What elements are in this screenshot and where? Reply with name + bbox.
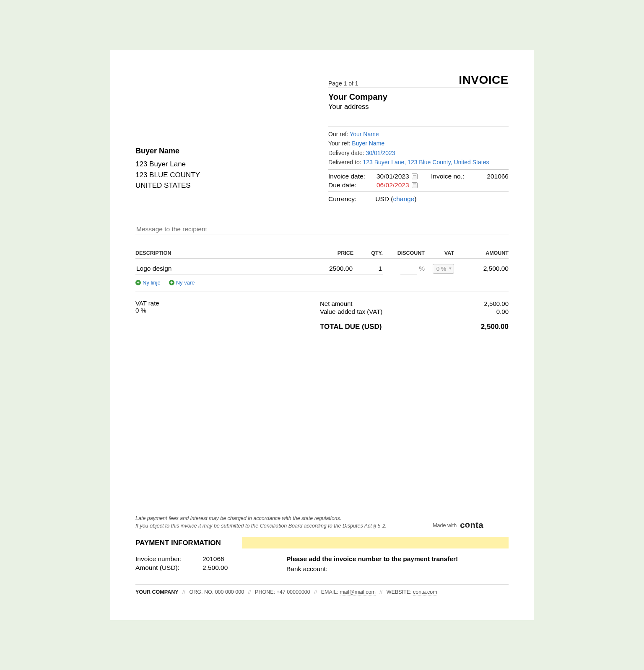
total-due-label: TOTAL DUE (USD) — [320, 323, 382, 331]
footer-company: YOUR COMPANY — [135, 589, 179, 595]
calendar-icon[interactable] — [412, 182, 418, 188]
add-links-row: + Ny linje + Ny vare — [135, 279, 509, 292]
calendar-icon[interactable] — [412, 173, 418, 179]
made-with-label: Made with — [433, 523, 457, 528]
footer-website-label: WEBSITE: — [387, 589, 412, 595]
page-invoice-row: Page 1 of 1 INVOICE — [328, 73, 509, 88]
add-line-label: Ny linje — [143, 279, 161, 286]
due-date-value[interactable]: 06/02/2023 — [377, 181, 409, 189]
col-description: DESCRIPTION — [135, 250, 303, 256]
footer-org: 000 000 000 — [215, 589, 244, 595]
currency-change-link[interactable]: change — [393, 195, 414, 202]
delivery-date-label: Delivery date: — [328, 150, 364, 156]
footer-website-link[interactable]: conta.com — [413, 589, 437, 595]
line-vat-select[interactable]: 0 % — [433, 264, 454, 274]
buyer-line1: 123 Buyer Lane — [135, 159, 316, 170]
our-ref-link[interactable]: Your Name — [350, 131, 379, 137]
vat-rate-value: 0 % — [135, 307, 320, 314]
invoice-date-label: Invoice date: — [328, 173, 377, 180]
discount-percent-suffix: % — [419, 265, 425, 272]
document-title: INVOICE — [459, 73, 509, 87]
line-discount-input[interactable] — [400, 263, 417, 274]
company-address: Your address — [328, 103, 509, 111]
currency-label: Currency: — [328, 195, 356, 203]
net-amount-label: Net amount — [320, 300, 353, 307]
payment-amount-value: 2,500.00 — [203, 564, 228, 572]
invoice-no-label: Invoice no.: — [431, 173, 479, 180]
currency-row: Currency: USD (change) — [328, 191, 509, 203]
delivery-date-link[interactable]: 30/01/2023 — [366, 150, 395, 156]
col-discount: DISCOUNT — [383, 250, 425, 256]
plus-icon: + — [169, 280, 174, 285]
total-due-value: 2,500.00 — [481, 323, 509, 331]
footer-phone-label: PHONE: — [255, 589, 275, 595]
buyer-name: Buyer Name — [135, 147, 316, 155]
line-amount: 2,500.00 — [454, 265, 509, 272]
delivered-to-label: Delivered to: — [328, 159, 361, 166]
footer-org-label: ORG. NO. — [189, 589, 213, 595]
invoice-sheet: Buyer Name 123 Buyer Lane 123 BLUE COUNT… — [110, 50, 534, 620]
upper-section: Buyer Name 123 Buyer Lane 123 BLUE COUNT… — [135, 73, 509, 203]
company-name: Your Company — [328, 92, 509, 102]
col-price: PRICE — [303, 250, 353, 256]
delivered-to-link[interactable]: 123 Buyer Lane, 123 Blue County, United … — [363, 159, 489, 166]
invoice-no-value: 201066 — [479, 173, 509, 180]
payment-invoice-no-label: Invoice number: — [135, 555, 203, 563]
vat-rate-label: VAT rate — [135, 300, 320, 307]
conta-logo: conta — [460, 520, 483, 530]
line-description-input[interactable] — [135, 263, 303, 274]
footer: YOUR COMPANY // ORG. NO. 000 000 000 // … — [135, 585, 509, 595]
bank-account-label: Bank account: — [286, 565, 458, 573]
add-line-button[interactable]: + Ny linje — [135, 279, 161, 286]
col-qty: QTY. — [353, 250, 383, 256]
plus-icon: + — [135, 280, 141, 285]
totals-block: VAT rate 0 % Net amount 2,500.00 Value-a… — [135, 300, 509, 331]
footer-email-link[interactable]: mail@mail.com — [340, 589, 376, 595]
header-block: Page 1 of 1 INVOICE Your Company Your ad… — [328, 73, 509, 203]
payment-info: Invoice number: 201066 Amount (USD): 2,5… — [135, 555, 509, 573]
buyer-block: Buyer Name 123 Buyer Lane 123 BLUE COUNT… — [135, 73, 316, 203]
your-ref-link[interactable]: Buyer Name — [352, 140, 384, 147]
vat-amount-value: 0.00 — [496, 308, 509, 315]
message-input[interactable] — [135, 224, 509, 235]
net-amount-value: 2,500.00 — [484, 300, 509, 307]
buyer-address: 123 Buyer Lane 123 BLUE COUNTY UNITED ST… — [135, 159, 316, 191]
payment-amount-label: Amount (USD): — [135, 564, 203, 572]
buyer-line2: 123 BLUE COUNTY — [135, 170, 316, 181]
items-header: DESCRIPTION PRICE QTY. DISCOUNT VAT AMOU… — [135, 250, 509, 259]
due-date-label: Due date: — [328, 181, 377, 189]
invoice-meta: Invoice date: 30/01/2023 Invoice no.: 20… — [328, 169, 509, 189]
footer-email-label: EMAIL: — [321, 589, 338, 595]
payment-invoice-no-value: 201066 — [203, 555, 224, 563]
line-item-row: % 0 % 2,500.00 — [135, 259, 509, 279]
add-item-label: Ny vare — [176, 279, 195, 286]
your-ref-label: Your ref: — [328, 140, 350, 147]
payment-heading-row: PAYMENT INFORMATION — [135, 537, 509, 549]
line-price-input[interactable] — [303, 263, 353, 274]
line-qty-input[interactable] — [353, 263, 383, 274]
buyer-line3: UNITED STATES — [135, 180, 316, 191]
vat-amount-label: Value-added tax (VAT) — [320, 308, 382, 315]
footer-phone: +47 00000000 — [276, 589, 310, 595]
add-item-button[interactable]: + Ny vare — [169, 279, 195, 286]
payment-notice: Please add the invoice number to the pay… — [286, 555, 458, 563]
col-vat: VAT — [425, 250, 454, 256]
payment-heading: PAYMENT INFORMATION — [135, 537, 221, 549]
page-label: Page 1 of 1 — [328, 80, 358, 87]
currency-value: USD — [375, 195, 389, 202]
invoice-date-value[interactable]: 30/01/2023 — [377, 173, 409, 180]
our-ref-label: Our ref: — [328, 131, 348, 137]
reference-block: Our ref: Your Name Your ref: Buyer Name … — [328, 127, 509, 167]
col-amount: AMOUNT — [454, 250, 509, 256]
payment-highlight-strip — [242, 537, 509, 548]
